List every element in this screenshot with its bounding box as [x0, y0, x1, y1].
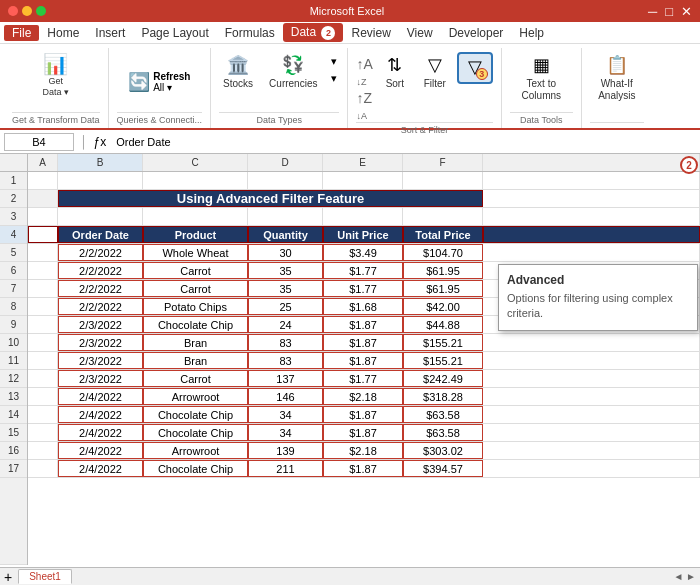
row-header-16: 16: [0, 442, 27, 460]
window-title: Microsoft Excel: [54, 5, 640, 17]
tooltip-text: Options for filtering using complex crit…: [507, 291, 689, 322]
spreadsheet-area: 1 2 3 4 5 6 7 8 9 10 11 12 13 14 15 16 1…: [0, 154, 700, 565]
row-header-7: 7: [0, 280, 27, 298]
sheet-rows: Using Advanced Filter Feature 1: [28, 172, 700, 565]
row-header-5: 5: [0, 244, 27, 262]
title-bar: Microsoft Excel ─□✕: [0, 0, 700, 22]
menu-review[interactable]: Review: [343, 24, 398, 42]
table-row: 2/3/2022 Bran 83 $1.87 $155.21: [28, 334, 700, 352]
menu-formulas[interactable]: Formulas: [217, 24, 283, 42]
col-header-e: E: [323, 154, 403, 171]
col-header-c: C: [143, 154, 248, 171]
menu-home[interactable]: Home: [39, 24, 87, 42]
menu-help[interactable]: Help: [511, 24, 552, 42]
advanced-filter-tooltip: Advanced Options for filtering using com…: [498, 264, 698, 331]
menu-insert[interactable]: Insert: [87, 24, 133, 42]
table-row: Order Date Product Quantity Unit Price T…: [28, 226, 700, 244]
header-product[interactable]: Product: [143, 226, 248, 243]
filter-button[interactable]: ▽ Filter: [417, 52, 453, 92]
spreadsheet-title: Using Advanced Filter Feature: [177, 191, 364, 206]
sheet-tab-sheet1[interactable]: Sheet1: [18, 569, 72, 584]
header-total-price[interactable]: Total Price: [403, 226, 483, 243]
menu-page-layout[interactable]: Page Layout: [133, 24, 216, 42]
ribbon-group-data-tools: ▦ Text toColumns Data Tools: [502, 48, 582, 128]
row-header-1: 1: [0, 172, 27, 190]
row-header-6: 6: [0, 262, 27, 280]
row-header-15: 15: [0, 424, 27, 442]
ribbon-group-data-types: 🏛️ Stocks 💱 Currencies ▾ ▾ Data Types: [211, 48, 348, 128]
currencies-button[interactable]: 💱 Currencies: [265, 52, 321, 92]
header-unit-price[interactable]: Unit Price: [323, 226, 403, 243]
header-order-date[interactable]: Order Date: [58, 226, 143, 243]
menu-data[interactable]: Data 2: [283, 23, 344, 42]
row-header-12: 12: [0, 370, 27, 388]
row-header-10: 10: [0, 334, 27, 352]
col-header-b: B: [58, 154, 143, 171]
stocks-button[interactable]: 🏛️ Stocks: [219, 52, 257, 92]
table-row: 2/2/2022 Whole Wheat 30 $3.49 $104.70: [28, 244, 700, 262]
row-header-filler: [0, 478, 27, 565]
col-header-d: D: [248, 154, 323, 171]
formula-bar: │ ƒx: [0, 130, 700, 154]
row-header-14: 14: [0, 406, 27, 424]
cell-reference-input[interactable]: [4, 133, 74, 151]
row-headers: 1 2 3 4 5 6 7 8 9 10 11 12 13 14 15 16 1…: [0, 154, 28, 565]
menu-bar: File Home Insert Page Layout Formulas Da…: [0, 22, 700, 44]
get-data-button[interactable]: 📊 GetData ▾: [38, 52, 74, 100]
data-tab-badge: 2: [321, 26, 335, 40]
circle2-badge: 2: [680, 156, 698, 174]
refresh-all-button[interactable]: 🔄 Refresh All ▾: [124, 69, 194, 95]
col-header-a: A: [28, 154, 58, 171]
table-row: 2/3/2022 Bran 83 $1.87 $155.21: [28, 352, 700, 370]
ribbon-group-transform: 📊 GetData ▾ Get & Transform Data: [4, 48, 109, 128]
col-header-f: F: [403, 154, 483, 171]
column-headers: A B C D E F: [28, 154, 700, 172]
sort-button[interactable]: ⇅ Sort: [377, 52, 413, 92]
row-header-9: 9: [0, 316, 27, 334]
circle3-badge: 3: [476, 68, 488, 80]
row-header-17: 17: [0, 460, 27, 478]
table-row: Using Advanced Filter Feature 1: [28, 190, 700, 208]
tooltip-title: Advanced: [507, 273, 689, 287]
menu-developer[interactable]: Developer: [441, 24, 512, 42]
text-to-columns-button[interactable]: ▦ Text toColumns: [518, 52, 565, 104]
function-wizard-icon[interactable]: ƒx: [94, 135, 107, 149]
ribbon-group-whatif: 📋 What-IfAnalysis: [582, 48, 652, 128]
table-row: 2/3/2022 Carrot 137 $1.77 $242.49: [28, 370, 700, 388]
table-row: 2/4/2022 Chocolate Chip 34 $1.87 $63.58: [28, 424, 700, 442]
table-row: 2/4/2022 Chocolate Chip 211 $1.87 $394.5…: [28, 460, 700, 478]
row-header-2: 2: [0, 190, 27, 208]
row-header-8: 8: [0, 298, 27, 316]
sheet-main-area: A B C D E F: [28, 154, 700, 565]
col-header-rest: [483, 154, 700, 171]
row-header-4: 4: [0, 226, 27, 244]
table-row: 2/4/2022 Arrowroot 146 $2.18 $318.28: [28, 388, 700, 406]
ribbon: 📊 GetData ▾ Get & Transform Data 🔄 Refre…: [0, 44, 700, 130]
row-header-3: 3: [0, 208, 27, 226]
whatif-analysis-button[interactable]: 📋 What-IfAnalysis: [594, 52, 639, 104]
ribbon-group-sort-filter: ↑A↓Z ↑Z↓A ⇅ Sort ▽ Filter ▽ 3: [348, 48, 501, 128]
table-row: 2/4/2022 Chocolate Chip 34 $1.87 $63.58: [28, 406, 700, 424]
sheet-tabs-bar: + Sheet1 ◄ ►: [0, 567, 700, 585]
table-row: [28, 208, 700, 226]
menu-file[interactable]: File: [4, 25, 39, 41]
table-row: [28, 172, 700, 190]
table-row: 2/4/2022 Arrowroot 139 $2.18 $303.02: [28, 442, 700, 460]
ribbon-group-queries: 🔄 Refresh All ▾ Queries & Connecti...: [109, 48, 212, 128]
row-header-11: 11: [0, 352, 27, 370]
menu-view[interactable]: View: [399, 24, 441, 42]
new-sheet-button[interactable]: +: [4, 569, 12, 585]
advanced-filter-button[interactable]: ▽ 3: [457, 52, 493, 84]
header-quantity[interactable]: Quantity: [248, 226, 323, 243]
row-header-13: 13: [0, 388, 27, 406]
